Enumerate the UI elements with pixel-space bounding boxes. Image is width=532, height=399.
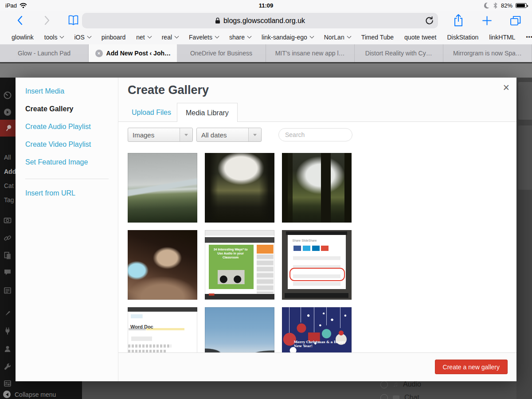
tab-onedrive-for-business[interactable]: OneDrive for Business (177, 44, 266, 62)
search-input[interactable] (278, 128, 352, 141)
back-button[interactable] (17, 16, 23, 25)
menu-item-create-gallery[interactable]: Create Gallery (25, 105, 74, 113)
menu-item-create-audio-playlist[interactable]: Create Audio Playlist (25, 123, 91, 131)
post-format-chat[interactable]: Chat (380, 394, 419, 399)
radio-button[interactable] (380, 381, 388, 388)
page-content: AllAddCatTag (0, 62, 532, 399)
media-item-photo-cougar[interactable] (128, 230, 197, 300)
bookmark-ios[interactable]: iOS (74, 34, 90, 41)
address-bar[interactable]: blogs.glowscotland.org.uk (82, 13, 438, 28)
bookmark-pinboard[interactable]: pinboard (102, 34, 126, 41)
date-filter[interactable]: All dates (196, 128, 262, 142)
chevron-down-icon (347, 34, 351, 38)
bookmark-share[interactable]: share (229, 34, 251, 41)
bookmark-diskstation[interactable]: DiskStation (447, 34, 478, 41)
bookmark-link-sandaig-ego[interactable]: link-sandaig-ego (262, 34, 313, 41)
media-item-xmas[interactable]: Merry Christmas & a Happy New Year! (282, 307, 352, 352)
media-icon[interactable] (3, 216, 12, 225)
welcome-icon[interactable] (3, 108, 12, 117)
tab-mit-s-insane-new-app-l[interactable]: MIT’s insane new app l… (266, 44, 355, 62)
dimmed-admin-toolbar (0, 62, 532, 78)
close-modal-icon[interactable]: × (503, 82, 509, 93)
tabs-overview-icon[interactable] (510, 15, 521, 26)
bookmark-net[interactable]: net (136, 34, 151, 41)
media-toolbar: Images All dates (128, 128, 262, 142)
media-item-ss-page[interactable]: 34 Interesting Ways* to Use Audio in you… (205, 230, 274, 300)
menu-item-create-video-playlist[interactable]: Create Video Playlist (25, 141, 91, 149)
radio-button[interactable] (380, 394, 388, 399)
tab-mirrorgram-is-now-spa[interactable]: Mirrorgram is now Spa… (443, 44, 532, 62)
xmas-thumbnail: Merry Christmas & a Happy New Year! (282, 307, 352, 352)
battery-icon (516, 3, 527, 8)
tab-upload-files[interactable]: Upload Files (128, 103, 175, 122)
share-icon[interactable] (453, 14, 464, 27)
menu-divider (25, 179, 109, 179)
settings-icon[interactable] (3, 379, 12, 388)
feedback-icon[interactable] (3, 286, 12, 295)
media-frame-toolbar: Create a new gallery (118, 352, 516, 381)
sidebar-submenu-cat[interactable]: Cat (4, 182, 14, 189)
forward-button[interactable] (44, 16, 50, 25)
thumbnail-caption: Share SlideShare (293, 239, 317, 242)
status-bar: iPad 11:09 82% (0, 0, 532, 11)
photo-forest-thumbnail (205, 153, 274, 223)
tab-glow-launch-pad[interactable]: Glow - Launch Pad (0, 44, 89, 62)
sidebar-submenu-all[interactable]: All (4, 154, 11, 161)
appearance-icon[interactable] (3, 309, 12, 318)
media-frame: Create Gallery × Upload Files Media Libr… (118, 78, 516, 381)
bookmark-timed-tube[interactable]: Timed Tube (361, 34, 394, 41)
https-lock-icon (215, 17, 220, 24)
menu-item-set-featured-image[interactable]: Set Featured Image (25, 158, 88, 166)
tools-icon[interactable] (3, 362, 12, 371)
bookmark-label: DiskStation (447, 34, 478, 41)
tab-media-library[interactable]: Media Library (177, 103, 238, 123)
sidebar-submenu-tag[interactable]: Tag (4, 196, 14, 203)
bookmark-glowlink[interactable]: glowlink (12, 34, 34, 41)
media-item-photo-loch[interactable] (128, 153, 197, 223)
dropdown-button (180, 128, 192, 141)
photo-trees-thumbnail (282, 153, 352, 223)
sidebar-submenu-add[interactable]: Add (4, 168, 16, 175)
tab-distort-reality-with-cy[interactable]: Distort Reality with Cy… (355, 44, 443, 62)
dimmed-panel (518, 82, 532, 120)
more-bookmarks-icon[interactable]: ••• (526, 34, 532, 40)
ss-page-thumbnail: 34 Interesting Ways* to Use Audio in you… (205, 230, 274, 300)
media-item-photo-forest[interactable] (205, 153, 274, 223)
bookmark-tools[interactable]: tools (44, 34, 64, 41)
media-frame-header: Create Gallery × Upload Files Media Libr… (118, 78, 516, 122)
bookmark-favelets[interactable]: Favelets (189, 34, 219, 41)
bookmark-quote-tweet[interactable]: quote tweet (404, 34, 436, 41)
media-type-filter[interactable]: Images (128, 128, 193, 142)
attachments-grid: 34 Interesting Ways* to Use Audio in you… (128, 153, 359, 352)
bookmark-norlan[interactable]: NorLan (324, 34, 351, 41)
bookmarks-icon[interactable] (67, 15, 79, 26)
dashboard-icon[interactable] (3, 91, 12, 100)
tab-title: Mirrorgram is now Spa… (453, 50, 522, 57)
pages-icon[interactable] (3, 251, 12, 260)
links-icon[interactable] (3, 234, 12, 243)
chevron-down-icon (175, 34, 179, 38)
bookmark-label: Favelets (189, 34, 212, 41)
refresh-icon[interactable] (425, 16, 434, 25)
media-item-photo-sky[interactable] (205, 307, 274, 352)
plugins-icon[interactable] (3, 327, 12, 336)
users-icon[interactable] (3, 344, 12, 353)
media-modal-menu: Insert MediaCreate GalleryCreate Audio P… (16, 78, 118, 381)
dropdown-button (248, 128, 261, 141)
comments-icon[interactable] (3, 268, 12, 277)
new-tab-icon[interactable] (481, 15, 493, 26)
menu-item-insert-media[interactable]: Insert Media (25, 87, 64, 95)
bookmark-label: share (229, 34, 245, 41)
media-item-wp-editor[interactable]: Word Doc (128, 307, 197, 352)
chevron-down-icon (147, 34, 152, 38)
bookmark-real[interactable]: real (162, 34, 178, 41)
media-item-ss-share[interactable]: Share SlideShare (282, 230, 352, 300)
bookmark-linkhtml[interactable]: linkHTML (489, 34, 515, 41)
close-tab-icon[interactable]: × (95, 50, 103, 57)
menu-item-insert-from-url[interactable]: Insert from URL (25, 189, 75, 197)
tab-add-new-post-joh[interactable]: ×Add New Post ‹ Joh… (89, 44, 177, 62)
create-gallery-button[interactable]: Create a new gallery (435, 360, 508, 374)
collapse-menu-button[interactable]: Collapse menu (3, 391, 56, 398)
post-format-audio[interactable]: ♫ Audio (380, 380, 421, 388)
media-item-photo-trees[interactable] (282, 153, 352, 223)
